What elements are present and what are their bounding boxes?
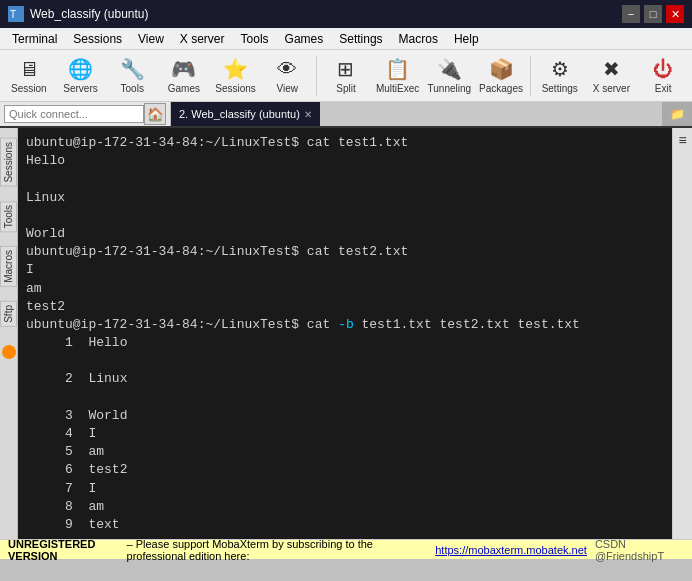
terminal-line: Hello bbox=[26, 152, 664, 170]
toolbar-xserver[interactable]: ✖ X server bbox=[587, 53, 637, 99]
terminal-line: 2 Linux bbox=[26, 370, 664, 388]
quick-connect-input[interactable] bbox=[4, 105, 144, 123]
toolbar-servers-label: Servers bbox=[63, 83, 97, 94]
csdn-watermark: CSDN @FriendshipT bbox=[595, 538, 684, 562]
title-bar: T Web_classify (ubuntu) − □ ✕ bbox=[0, 0, 692, 28]
svg-text:T: T bbox=[10, 9, 16, 20]
scroll-indicator[interactable]: ≡ bbox=[678, 132, 686, 148]
tunneling-icon: 🔌 bbox=[437, 57, 462, 81]
tab-label: 2. Web_classify (ubuntu) bbox=[179, 108, 300, 120]
toolbar-session-label: Session bbox=[11, 83, 47, 94]
toolbar-split[interactable]: ⊞ Split bbox=[321, 53, 371, 99]
app-icon: T bbox=[8, 6, 24, 22]
toolbar-exit[interactable]: ⏻ Exit bbox=[638, 53, 688, 99]
menu-terminal[interactable]: Terminal bbox=[4, 30, 65, 48]
terminal-prompt-line: ubuntu@ip-172-31-34-84:~/LinuxTest$ bbox=[26, 534, 664, 539]
status-left: UNREGISTERED VERSION – Please support Mo… bbox=[8, 538, 587, 562]
toolbar-packages[interactable]: 📦 Packages bbox=[476, 53, 526, 99]
status-bar: UNREGISTERED VERSION – Please support Mo… bbox=[0, 539, 692, 559]
terminal[interactable]: ubuntu@ip-172-31-34-84:~/LinuxTest$ cat … bbox=[18, 128, 672, 539]
session-icon: 🖥 bbox=[19, 58, 39, 81]
terminal-line: World bbox=[26, 225, 664, 243]
toolbar-tunneling-label: Tunneling bbox=[428, 83, 472, 94]
games-icon: 🎮 bbox=[171, 57, 196, 81]
terminal-line: 9 text bbox=[26, 516, 664, 534]
quick-connect-area: 🏠 bbox=[0, 102, 171, 126]
terminal-line: test2 bbox=[26, 298, 664, 316]
toolbar-sessions[interactable]: ⭐ Sessions bbox=[211, 53, 261, 99]
right-sidebar: ≡ bbox=[672, 128, 692, 539]
home-icon: 🏠 bbox=[147, 107, 164, 122]
window-controls: − □ ✕ bbox=[622, 5, 684, 23]
view-icon: 👁 bbox=[277, 58, 297, 81]
xserver-icon: ✖ bbox=[603, 57, 620, 81]
sidebar-macros[interactable]: Macros bbox=[0, 246, 17, 287]
menu-view[interactable]: View bbox=[130, 30, 172, 48]
toolbar-games-label: Games bbox=[168, 83, 200, 94]
tab-close-icon[interactable]: ✕ bbox=[304, 109, 312, 120]
terminal-line: 1 Hello bbox=[26, 334, 664, 352]
quick-connect-button[interactable]: 🏠 bbox=[144, 103, 166, 125]
toolbar-divider2 bbox=[530, 56, 531, 96]
sftp-status-icon bbox=[2, 345, 16, 359]
sidebar-sessions[interactable]: Sessions bbox=[0, 138, 17, 187]
toolbar-multiexec[interactable]: 📋 MultiExec bbox=[373, 53, 423, 99]
toolbar-tools-label: Tools bbox=[121, 83, 144, 94]
sftp-tab[interactable]: 📁 bbox=[662, 102, 692, 126]
menu-settings[interactable]: Settings bbox=[331, 30, 390, 48]
sessions-icon: ⭐ bbox=[223, 57, 248, 81]
terminal-line: 4 I bbox=[26, 425, 664, 443]
unregistered-label: UNREGISTERED VERSION bbox=[8, 538, 123, 562]
minimize-button[interactable]: − bbox=[622, 5, 640, 23]
sidebar-sftp[interactable]: Sftp bbox=[0, 301, 17, 327]
toolbar-xserver-label: X server bbox=[593, 83, 630, 94]
left-sidebar: Sessions Tools Macros Sftp bbox=[0, 128, 18, 539]
active-tab[interactable]: 2. Web_classify (ubuntu) ✕ bbox=[171, 102, 320, 126]
terminal-line: ubuntu@ip-172-31-34-84:~/LinuxTest$ cat … bbox=[26, 134, 664, 152]
toolbar-settings[interactable]: ⚙ Settings bbox=[535, 53, 585, 99]
toolbar-tunneling[interactable]: 🔌 Tunneling bbox=[425, 53, 475, 99]
menu-bar: Terminal Sessions View X server Tools Ga… bbox=[0, 28, 692, 50]
terminal-line: am bbox=[26, 280, 664, 298]
menu-games[interactable]: Games bbox=[277, 30, 332, 48]
terminal-line bbox=[26, 170, 664, 188]
toolbar-multiexec-label: MultiExec bbox=[376, 83, 419, 94]
maximize-button[interactable]: □ bbox=[644, 5, 662, 23]
servers-icon: 🌐 bbox=[68, 57, 93, 81]
sftp-icon: 📁 bbox=[670, 107, 685, 121]
toolbar-sessions-label: Sessions bbox=[215, 83, 256, 94]
terminal-line: 6 test2 bbox=[26, 461, 664, 479]
toolbar-tools[interactable]: 🔧 Tools bbox=[107, 53, 157, 99]
terminal-line bbox=[26, 389, 664, 407]
toolbar-exit-label: Exit bbox=[655, 83, 672, 94]
terminal-line: 5 am bbox=[26, 443, 664, 461]
toolbar-servers[interactable]: 🌐 Servers bbox=[56, 53, 106, 99]
close-button[interactable]: ✕ bbox=[666, 5, 684, 23]
toolbar-session[interactable]: 🖥 Session bbox=[4, 53, 54, 99]
toolbar-games[interactable]: 🎮 Games bbox=[159, 53, 209, 99]
status-message: – Please support MobaXterm by subscribin… bbox=[127, 538, 432, 562]
terminal-line: Linux bbox=[26, 189, 664, 207]
tools-icon: 🔧 bbox=[120, 57, 145, 81]
menu-help[interactable]: Help bbox=[446, 30, 487, 48]
terminal-line: ubuntu@ip-172-31-34-84:~/LinuxTest$ cat … bbox=[26, 316, 664, 334]
exit-icon: ⏻ bbox=[653, 58, 673, 81]
main-layout: Sessions Tools Macros Sftp ubuntu@ip-172… bbox=[0, 128, 692, 539]
toolbar-view-label: View bbox=[277, 83, 299, 94]
status-url[interactable]: https://mobaxterm.mobatek.net bbox=[435, 544, 587, 556]
settings-icon: ⚙ bbox=[551, 57, 569, 81]
tab-bar: 🏠 2. Web_classify (ubuntu) ✕ 📁 bbox=[0, 102, 692, 128]
window-title: Web_classify (ubuntu) bbox=[30, 7, 149, 21]
toolbar-divider bbox=[316, 56, 317, 96]
sidebar-tools[interactable]: Tools bbox=[0, 201, 17, 232]
menu-xserver[interactable]: X server bbox=[172, 30, 233, 48]
menu-macros[interactable]: Macros bbox=[391, 30, 446, 48]
terminal-line bbox=[26, 207, 664, 225]
toolbar-view[interactable]: 👁 View bbox=[262, 53, 312, 99]
packages-icon: 📦 bbox=[489, 57, 514, 81]
toolbar-packages-label: Packages bbox=[479, 83, 523, 94]
menu-sessions[interactable]: Sessions bbox=[65, 30, 130, 48]
terminal-line: 3 World bbox=[26, 407, 664, 425]
split-icon: ⊞ bbox=[337, 57, 354, 81]
menu-tools[interactable]: Tools bbox=[233, 30, 277, 48]
